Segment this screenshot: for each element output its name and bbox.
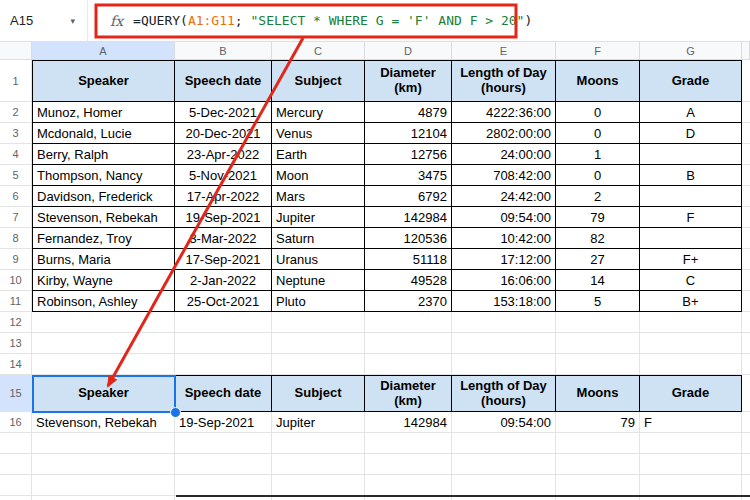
cell[interactable]	[742, 102, 750, 123]
cell[interactable]: 51118	[365, 249, 452, 270]
cell[interactable]	[742, 207, 750, 228]
cell[interactable]	[452, 333, 556, 354]
cell[interactable]	[742, 60, 750, 102]
cell[interactable]: 3475	[365, 165, 452, 186]
cell[interactable]	[175, 333, 272, 354]
cell[interactable]	[640, 312, 742, 333]
row-header-16[interactable]: 16	[0, 412, 32, 433]
cell[interactable]	[32, 433, 175, 454]
cell[interactable]	[452, 454, 556, 475]
cell[interactable]	[175, 475, 272, 496]
row-header-17[interactable]	[0, 433, 32, 454]
row-header-7[interactable]: 7	[0, 207, 32, 228]
cell[interactable]: Stevenson, Rebekah	[32, 207, 175, 228]
cell[interactable]: Fernandez, Troy	[32, 228, 175, 249]
cell[interactable]	[556, 454, 640, 475]
cell[interactable]: Mars	[272, 186, 365, 207]
cell[interactable]	[742, 375, 750, 412]
name-box-dropdown-icon[interactable]: ▾	[70, 16, 75, 26]
cell[interactable]: Kirby, Wayne	[32, 270, 175, 291]
header-cell[interactable]: Moons	[556, 60, 640, 102]
cell[interactable]: F	[640, 412, 742, 433]
header-cell[interactable]: Subject	[272, 375, 365, 412]
cell[interactable]	[32, 354, 175, 375]
corner-box[interactable]	[0, 42, 32, 60]
cell[interactable]: 20-Dec-2021	[175, 123, 272, 144]
cell[interactable]	[742, 333, 750, 354]
cell[interactable]	[32, 454, 175, 475]
cell[interactable]: 23-Apr-2022	[175, 144, 272, 165]
cell[interactable]: 14	[556, 270, 640, 291]
name-box[interactable]: A15 ▾	[0, 0, 88, 41]
cell[interactable]: 27	[556, 249, 640, 270]
cell[interactable]: 09:54:00	[452, 412, 556, 433]
cell[interactable]: Uranus	[272, 249, 365, 270]
cell[interactable]	[640, 333, 742, 354]
cell[interactable]	[175, 454, 272, 475]
cell[interactable]	[452, 475, 556, 496]
cell[interactable]	[742, 433, 750, 454]
fill-handle[interactable]	[170, 407, 181, 418]
cell[interactable]: 5-Nov-2021	[175, 165, 272, 186]
cell[interactable]	[272, 475, 365, 496]
cell[interactable]	[742, 354, 750, 375]
row-header-12[interactable]: 12	[0, 312, 32, 333]
cell[interactable]: 5	[556, 291, 640, 312]
cell[interactable]: 49528	[365, 270, 452, 291]
cell[interactable]	[742, 123, 750, 144]
cell[interactable]: 142984	[365, 207, 452, 228]
header-cell[interactable]: Moons	[556, 375, 640, 412]
cell[interactable]: Mcdonald, Lucie	[32, 123, 175, 144]
cell[interactable]: B	[640, 165, 742, 186]
cell[interactable]: F	[640, 207, 742, 228]
cell[interactable]	[742, 291, 750, 312]
cell[interactable]	[365, 433, 452, 454]
cell[interactable]: 120536	[365, 228, 452, 249]
row-header-2[interactable]: 2	[0, 102, 32, 123]
formula-input[interactable]: =QUERY(A1:G11; "SELECT * WHERE G = 'F' A…	[133, 13, 532, 28]
cell[interactable]	[640, 475, 742, 496]
cell[interactable]: 2370	[365, 291, 452, 312]
row-header-5[interactable]: 5	[0, 165, 32, 186]
cell[interactable]	[556, 333, 640, 354]
header-cell[interactable]: Grade	[640, 60, 742, 102]
header-cell[interactable]: Length of Day (hours)	[452, 375, 556, 412]
cell[interactable]: Davidson, Frederick	[32, 186, 175, 207]
cell[interactable]	[452, 354, 556, 375]
row-header-15[interactable]: 15	[0, 375, 32, 412]
cell[interactable]	[272, 354, 365, 375]
cell[interactable]: 708:42:00	[452, 165, 556, 186]
cell[interactable]	[556, 475, 640, 496]
cell[interactable]	[640, 186, 742, 207]
header-cell[interactable]: Grade	[640, 375, 742, 412]
column-header-g[interactable]: G	[640, 42, 742, 60]
cell[interactable]: Munoz, Homer	[32, 102, 175, 123]
cell[interactable]	[742, 249, 750, 270]
cell[interactable]: Neptune	[272, 270, 365, 291]
row-header-19[interactable]	[0, 475, 32, 496]
cell[interactable]: Pluto	[272, 291, 365, 312]
header-cell[interactable]: Speaker	[32, 375, 175, 412]
cell[interactable]	[742, 412, 750, 433]
cell[interactable]	[640, 144, 742, 165]
cell[interactable]: 24:42:00	[452, 186, 556, 207]
column-header-a[interactable]: A	[32, 42, 175, 60]
cell[interactable]: 0	[556, 123, 640, 144]
cell[interactable]: 6792	[365, 186, 452, 207]
column-header-e[interactable]: E	[452, 42, 556, 60]
cell[interactable]: 2802:00:00	[452, 123, 556, 144]
row-header-14[interactable]: 14	[0, 354, 32, 375]
cell[interactable]	[742, 186, 750, 207]
cell[interactable]: 4879	[365, 102, 452, 123]
cell[interactable]: Stevenson, Rebekah	[32, 412, 175, 433]
cell[interactable]	[742, 270, 750, 291]
cell[interactable]	[556, 354, 640, 375]
cell[interactable]	[365, 312, 452, 333]
cell[interactable]	[452, 433, 556, 454]
header-cell[interactable]: Speech date	[175, 60, 272, 102]
cell[interactable]: F+	[640, 249, 742, 270]
cell[interactable]	[640, 228, 742, 249]
cell[interactable]: Robinson, Ashley	[32, 291, 175, 312]
cell[interactable]: 19-Sep-2021	[175, 207, 272, 228]
cell[interactable]: Venus	[272, 123, 365, 144]
